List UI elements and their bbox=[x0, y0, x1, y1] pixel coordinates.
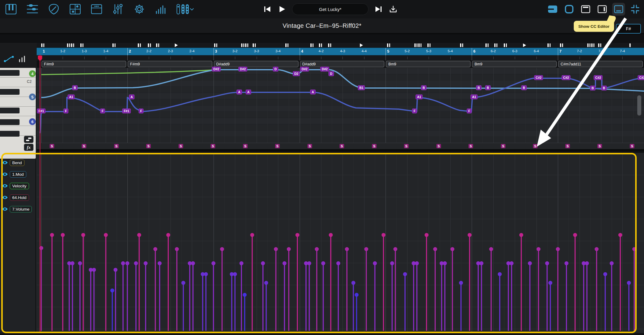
cc-lane-7-volume[interactable]: 7.Volume bbox=[2, 205, 32, 213]
slide-marker[interactable]: S bbox=[114, 144, 119, 148]
velocity-stem[interactable] bbox=[468, 233, 472, 237]
eye-icon[interactable] bbox=[2, 160, 8, 165]
slide-marker[interactable]: S bbox=[404, 144, 408, 148]
skip-to-end-button[interactable] bbox=[374, 5, 383, 14]
gear-icon[interactable] bbox=[133, 2, 146, 16]
black-key[interactable] bbox=[0, 89, 20, 95]
black-key[interactable] bbox=[0, 131, 20, 137]
chord-box[interactable]: C#m7add11 bbox=[558, 61, 643, 67]
velocity-stem[interactable] bbox=[519, 233, 523, 237]
velocity-stem[interactable] bbox=[573, 233, 577, 237]
velocity-stem[interactable] bbox=[166, 233, 170, 237]
velocity-stem[interactable] bbox=[153, 247, 157, 251]
eye-icon[interactable] bbox=[2, 184, 8, 188]
note-label-chip[interactable]: A1 bbox=[470, 94, 478, 99]
note-label-chip[interactable]: A bbox=[236, 90, 242, 94]
note-label-chip[interactable]: B bbox=[421, 85, 426, 90]
note-label-chip[interactable]: A bbox=[246, 90, 251, 94]
single-view-icon[interactable] bbox=[563, 3, 576, 16]
slide-marker[interactable]: S bbox=[243, 144, 247, 148]
playhead-line[interactable] bbox=[40, 54, 40, 332]
guitar-pick-icon[interactable] bbox=[47, 2, 60, 16]
strip-view-icon[interactable] bbox=[24, 136, 34, 143]
velocity-stem[interactable] bbox=[104, 233, 108, 237]
slide-marker[interactable]: S bbox=[597, 144, 602, 148]
velocity-stem[interactable] bbox=[556, 247, 560, 251]
velocity-stem[interactable] bbox=[415, 261, 419, 265]
note-label-chip[interactable]: F bbox=[412, 109, 417, 113]
piano-icon[interactable] bbox=[4, 2, 18, 16]
velocity-stem[interactable] bbox=[603, 272, 607, 276]
velocity-stem[interactable] bbox=[144, 261, 148, 265]
black-key[interactable] bbox=[0, 108, 20, 113]
slide-marker[interactable]: S bbox=[178, 144, 183, 148]
velocity-stem[interactable] bbox=[295, 233, 299, 237]
velocity-stem[interactable] bbox=[191, 261, 195, 265]
velocity-stem[interactable] bbox=[158, 261, 162, 265]
velocity-stem[interactable] bbox=[382, 233, 386, 237]
cc-lane-label[interactable]: Bend bbox=[10, 160, 24, 166]
note-label-chip[interactable]: F#1 bbox=[37, 109, 46, 113]
velocity-stem[interactable] bbox=[627, 281, 631, 285]
velocity-stem[interactable] bbox=[373, 261, 377, 265]
velocity-stem[interactable] bbox=[315, 247, 319, 251]
matrix-icon[interactable] bbox=[68, 2, 82, 16]
velocity-stem[interactable] bbox=[211, 261, 215, 265]
velocity-stem[interactable] bbox=[528, 261, 532, 265]
chord-box[interactable]: Bm9 bbox=[472, 61, 557, 67]
levels-icon[interactable] bbox=[154, 2, 167, 16]
note-label-chip[interactable]: B bbox=[72, 85, 78, 90]
black-key[interactable] bbox=[0, 119, 20, 125]
velocity-stem[interactable] bbox=[240, 261, 243, 265]
eye-icon[interactable] bbox=[2, 172, 8, 176]
slide-marker[interactable]: S bbox=[565, 144, 570, 148]
vertical-scrollbar[interactable] bbox=[637, 95, 641, 116]
note-label-chip[interactable]: B bbox=[476, 85, 481, 90]
velocity-stem[interactable] bbox=[287, 247, 291, 251]
note-label-chip[interactable]: B bbox=[521, 85, 527, 90]
amp-icon[interactable] bbox=[90, 2, 103, 16]
velocity-stem[interactable] bbox=[585, 261, 589, 265]
playhead-pin[interactable] bbox=[38, 55, 42, 61]
cc-lane-label[interactable]: Velocity bbox=[10, 183, 29, 189]
note-label-chip[interactable]: D bbox=[273, 67, 278, 72]
note-grid[interactable] bbox=[37, 68, 644, 143]
velocity-stem[interactable] bbox=[92, 268, 96, 272]
velocity-stem[interactable] bbox=[364, 247, 368, 251]
velocity-stem[interactable] bbox=[336, 261, 340, 265]
velocity-stem[interactable] bbox=[443, 261, 447, 265]
cc-lane-velocity[interactable]: Velocity bbox=[2, 182, 29, 190]
note-label-chip[interactable]: F bbox=[64, 109, 68, 113]
chord-box[interactable]: F#m9 bbox=[128, 61, 212, 67]
velocity-stem[interactable] bbox=[274, 247, 278, 251]
velocity-stem[interactable] bbox=[250, 233, 254, 237]
velocity-stem[interactable] bbox=[390, 261, 394, 265]
slide-marker[interactable]: S bbox=[210, 144, 215, 148]
slide-marker[interactable]: S bbox=[533, 144, 537, 148]
velocity-stem[interactable] bbox=[134, 261, 138, 265]
slide-marker[interactable]: S bbox=[275, 144, 280, 148]
velocity-stem[interactable] bbox=[393, 247, 397, 251]
note-label-chip[interactable]: D2 bbox=[293, 71, 300, 76]
slide-marker[interactable]: S bbox=[468, 144, 473, 148]
velocity-stem[interactable] bbox=[175, 247, 179, 251]
note-label-chip[interactable]: A1 bbox=[68, 94, 75, 99]
slide-marker[interactable]: S bbox=[49, 144, 54, 148]
velocity-stem[interactable] bbox=[181, 281, 185, 285]
slide-marker[interactable]: S bbox=[372, 144, 376, 148]
velocity-stem[interactable] bbox=[264, 281, 268, 285]
note-label-chip[interactable]: C#2 bbox=[562, 75, 570, 80]
slide-marker[interactable]: S bbox=[339, 144, 344, 148]
show-cc-editor-icon[interactable] bbox=[612, 3, 625, 16]
velocity-stem[interactable] bbox=[220, 247, 224, 251]
velocity-stem[interactable] bbox=[489, 247, 493, 251]
slide-marker[interactable]: S bbox=[501, 144, 505, 148]
bend-view-icon[interactable] bbox=[4, 55, 14, 63]
velocity-stem[interactable] bbox=[536, 247, 540, 251]
velocity-stem[interactable] bbox=[618, 233, 622, 237]
cc-lane-bend[interactable]: Bend bbox=[2, 158, 24, 167]
slide-marker[interactable]: S bbox=[82, 144, 86, 148]
note-label-chip[interactable]: A bbox=[310, 90, 316, 94]
note-label-chip[interactable]: A bbox=[129, 94, 134, 99]
velocity-stem[interactable] bbox=[548, 281, 552, 285]
